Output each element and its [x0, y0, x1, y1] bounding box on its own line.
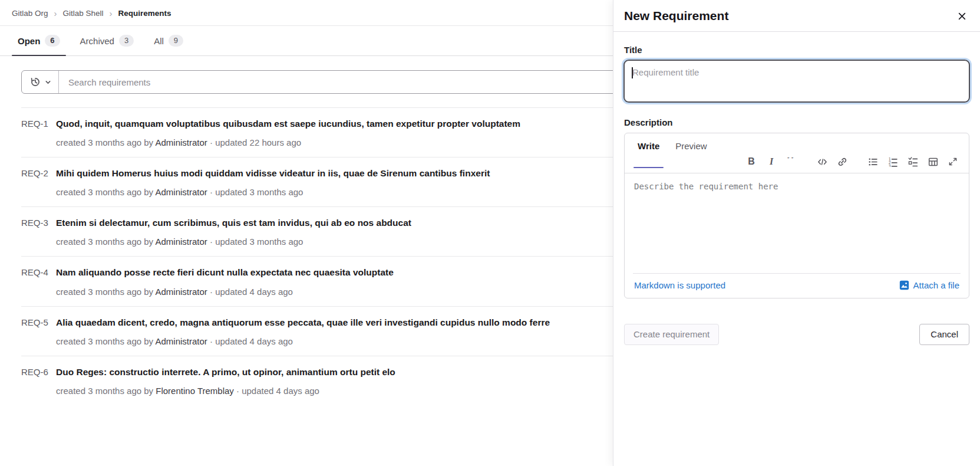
bold-icon: B: [748, 156, 755, 167]
full-screen-icon: [948, 157, 958, 166]
meta-separator: ·: [210, 187, 213, 197]
bold-button[interactable]: B: [744, 154, 759, 169]
updated-text: updated 4 days ago: [215, 287, 293, 297]
meta-separator: ·: [210, 287, 213, 297]
updated-text: updated 22 hours ago: [215, 137, 301, 147]
meta-separator: ·: [210, 237, 213, 247]
code-span-icon: [817, 157, 827, 167]
link-button[interactable]: [834, 154, 850, 169]
created-text: created 3 months ago by: [56, 237, 153, 247]
updated-text: updated 3 months ago: [215, 187, 303, 197]
attach-file-button[interactable]: Attach a file: [899, 280, 959, 290]
search-history-dropdown[interactable]: [22, 71, 59, 93]
created-text: created 3 months ago by: [56, 386, 153, 396]
close-x-icon: [958, 12, 966, 21]
updated-text: updated 3 months ago: [215, 237, 303, 247]
history-clock-icon: [30, 77, 41, 87]
tab-archived[interactable]: Archived 3: [74, 26, 140, 55]
table-icon: [928, 157, 938, 167]
numbered-list-button[interactable]: 1 2 3: [885, 154, 900, 169]
italic-icon: I: [770, 156, 773, 167]
author-link[interactable]: Administrator: [155, 336, 207, 346]
tab-open-count-badge: 6: [45, 35, 60, 47]
table-button[interactable]: [925, 154, 941, 169]
requirement-title-input[interactable]: [624, 60, 969, 102]
quote-button[interactable]: ”: [784, 154, 799, 169]
task-list-button[interactable]: [905, 154, 920, 169]
svg-text:3: 3: [889, 163, 891, 166]
markdown-editor: Write Preview B I ”: [624, 133, 969, 298]
chevron-down-icon: [45, 79, 51, 86]
created-text: created 3 months ago by: [56, 287, 153, 297]
author-link[interactable]: Administrator: [155, 137, 207, 147]
markdown-editor-footer: Markdown is supported Attach a file: [633, 273, 961, 298]
requirement-id: REQ-5: [21, 317, 56, 346]
tab-open[interactable]: Open 6: [12, 26, 66, 55]
markdown-editor-header: Write Preview B I ”: [625, 133, 969, 173]
breadcrumb-separator-icon: ›: [54, 9, 57, 18]
meta-separator: ·: [210, 336, 213, 346]
tab-write[interactable]: Write: [638, 141, 659, 158]
create-requirement-button[interactable]: Create requirement: [624, 324, 719, 345]
attach-file-label: Attach a file: [913, 280, 959, 290]
numbered-list-icon: 1 2 3: [888, 157, 898, 167]
tab-preview[interactable]: Preview: [675, 141, 707, 158]
updated-text: updated 4 days ago: [215, 336, 293, 346]
requirement-id: REQ-3: [21, 217, 56, 247]
drawer-actions: Create requirement Cancel: [624, 324, 969, 345]
author-link[interactable]: Administrator: [155, 287, 207, 297]
tab-archived-count-badge: 3: [119, 35, 134, 47]
link-icon: [837, 157, 847, 167]
breadcrumb-current-page: Requirements: [118, 9, 171, 18]
description-field-label: Description: [624, 117, 969, 127]
created-text: created 3 months ago by: [56, 137, 153, 147]
tab-all[interactable]: All 9: [148, 26, 189, 55]
tab-open-label: Open: [18, 36, 40, 46]
task-list-icon: [908, 157, 918, 167]
author-link[interactable]: Administrator: [155, 237, 207, 247]
full-screen-button[interactable]: [945, 154, 961, 169]
text-cursor: [632, 67, 633, 78]
tab-all-count-badge: 9: [169, 35, 183, 47]
close-drawer-button[interactable]: [956, 11, 968, 22]
tab-all-label: All: [154, 36, 164, 46]
breadcrumb-separator-icon: ›: [110, 9, 113, 18]
cancel-button[interactable]: Cancel: [919, 324, 969, 345]
requirement-description-input[interactable]: [625, 173, 969, 271]
created-text: created 3 months ago by: [56, 336, 153, 346]
requirement-id: REQ-4: [21, 267, 56, 296]
drawer-header: New Requirement: [613, 0, 980, 32]
breadcrumb-group-link[interactable]: Gitlab Org: [12, 9, 48, 18]
breadcrumb-project-link[interactable]: Gitlab Shell: [63, 9, 104, 18]
updated-text: updated 4 days ago: [242, 386, 319, 396]
author-link[interactable]: Florentino Tremblay: [156, 386, 234, 396]
italic-button[interactable]: I: [764, 154, 779, 169]
markdown-toolbar: B I ”: [739, 154, 961, 169]
code-button[interactable]: [814, 154, 830, 169]
tab-archived-label: Archived: [80, 36, 114, 46]
image-attachment-icon: [899, 280, 909, 290]
quote-icon: ”: [786, 157, 796, 166]
created-text: created 3 months ago by: [56, 187, 153, 197]
meta-separator: ·: [210, 137, 213, 147]
requirement-id: REQ-2: [21, 168, 56, 197]
bullet-list-icon: [868, 157, 878, 167]
meta-separator: ·: [236, 386, 239, 396]
markdown-supported-link[interactable]: Markdown is supported: [634, 280, 725, 290]
requirement-id: REQ-1: [21, 118, 56, 147]
requirement-id: REQ-6: [21, 366, 56, 396]
bullet-list-button[interactable]: [865, 154, 880, 169]
author-link[interactable]: Administrator: [155, 187, 207, 197]
drawer-title: New Requirement: [624, 9, 728, 23]
title-field-label: Title: [624, 45, 969, 55]
new-requirement-drawer: New Requirement Title Description Write …: [613, 0, 980, 466]
